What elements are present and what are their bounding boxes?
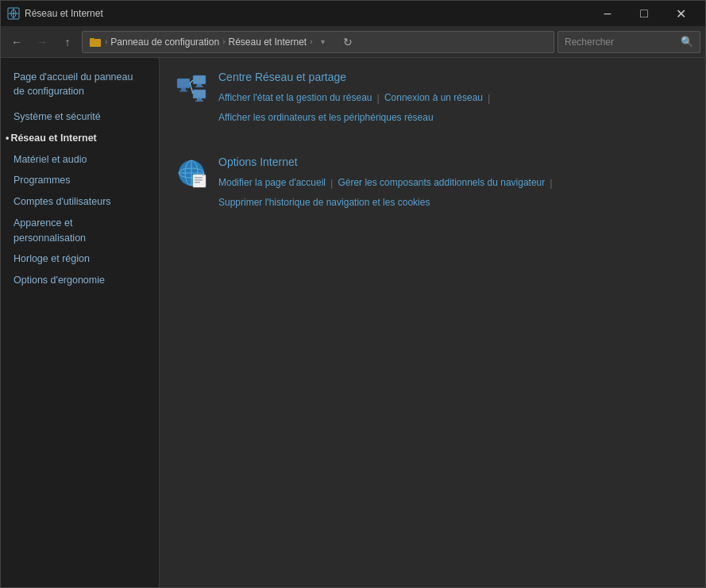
section-options-internet: Options Internet Modifier la page d'accu…	[176, 156, 689, 225]
folder-icon	[89, 36, 102, 48]
svg-rect-21	[195, 177, 203, 179]
svg-rect-5	[181, 88, 186, 90]
svg-line-14	[190, 83, 193, 94]
svg-rect-23	[195, 182, 200, 183]
svg-rect-4	[177, 79, 190, 88]
search-icon-button[interactable]: 🔍	[681, 36, 693, 48]
sidebar-item-systeme-securite[interactable]: Système et sécurité	[1, 106, 159, 128]
svg-rect-20	[193, 175, 206, 187]
back-button[interactable]: ←	[6, 31, 28, 53]
breadcrumb-control-panel[interactable]: Panneau de configuration	[110, 37, 219, 48]
link-gerer-composants[interactable]: Gérer les composants additionnels du nav…	[338, 175, 545, 192]
content-area: Centre Réseau et partage Afficher l'état…	[160, 58, 705, 587]
addressbar: ← → ↑ › Panneau de configuration › Résea…	[1, 26, 705, 58]
main-layout: Page d'accueil du panneau de configurati…	[1, 58, 705, 587]
sidebar-item-home[interactable]: Page d'accueil du panneau de configurati…	[1, 67, 159, 102]
svg-rect-6	[179, 90, 187, 92]
forward-button[interactable]: →	[31, 31, 53, 53]
svg-rect-7	[193, 75, 206, 84]
centre-reseau-links-row1: Afficher l'état et la gestion du réseau …	[218, 89, 495, 107]
options-internet-links-row1: Modifier la page d'accueil | Gérer les c…	[218, 174, 557, 192]
link-afficher-etat[interactable]: Afficher l'état et la gestion du réseau	[218, 90, 372, 107]
svg-rect-22	[195, 179, 203, 181]
refresh-button[interactable]: ↻	[337, 31, 359, 53]
link-afficher-ordinateurs[interactable]: Afficher les ordinateurs et les périphér…	[218, 110, 434, 127]
network-sharing-icon	[176, 72, 207, 104]
svg-rect-8	[197, 84, 202, 86]
minimize-button[interactable]: –	[589, 1, 626, 26]
sidebar-item-comptes-utilisateurs[interactable]: Comptes d'utilisateurs	[1, 191, 159, 213]
titlebar: Réseau et Internet – □ ✕	[1, 1, 705, 26]
centre-reseau-title[interactable]: Centre Réseau et partage	[218, 71, 495, 83]
options-internet-links-row2: Supprimer l'historique de navigation et …	[218, 194, 557, 212]
sidebar-item-horloge-region[interactable]: Horloge et région	[1, 248, 159, 270]
sidebar-item-apparence-personnalisation[interactable]: Apparence et personnalisation	[1, 213, 159, 249]
link-supprimer-historique[interactable]: Supprimer l'historique de navigation et …	[218, 194, 430, 212]
sidebar-item-programmes[interactable]: Programmes	[1, 170, 159, 191]
window-title: Réseau et Internet	[25, 8, 589, 19]
maximize-button[interactable]: □	[626, 1, 662, 26]
search-box: 🔍	[557, 31, 700, 53]
search-input[interactable]	[565, 37, 677, 48]
up-button[interactable]: ↑	[56, 31, 79, 53]
link-modifier-page-accueil[interactable]: Modifier la page d'accueil	[218, 175, 326, 192]
svg-rect-11	[197, 98, 202, 101]
main-window: Réseau et Internet – □ ✕ ← → ↑ › Panneau…	[0, 0, 706, 588]
link-connexion-reseau[interactable]: Connexion à un réseau	[384, 90, 483, 107]
svg-rect-9	[195, 86, 203, 88]
section-centre-reseau: Centre Réseau et partage Afficher l'état…	[176, 71, 689, 140]
section-centre-reseau-text: Centre Réseau et partage Afficher l'état…	[218, 71, 495, 127]
window-icon	[7, 7, 20, 20]
sidebar-item-materiel-audio[interactable]: Matériel et audio	[1, 149, 159, 171]
sidebar-item-options-ergonomie[interactable]: Options d'ergonomie	[1, 270, 159, 291]
options-internet-title[interactable]: Options Internet	[218, 156, 557, 168]
svg-rect-12	[195, 101, 203, 102]
close-button[interactable]: ✕	[662, 1, 699, 26]
internet-options-icon	[176, 157, 207, 189]
centre-reseau-links-row2: Afficher les ordinateurs et les périphér…	[218, 110, 495, 127]
svg-rect-3	[90, 38, 95, 40]
section-options-internet-text: Options Internet Modifier la page d'accu…	[218, 156, 557, 212]
svg-rect-10	[193, 90, 206, 98]
breadcrumb-dropdown-button[interactable]: ▾	[316, 31, 330, 53]
window-controls: – □ ✕	[589, 1, 699, 26]
svg-line-13	[190, 80, 193, 83]
breadcrumb-network[interactable]: Réseau et Internet	[228, 37, 307, 48]
sidebar-item-reseau-internet[interactable]: Réseau et Internet	[1, 128, 159, 149]
sidebar: Page d'accueil du panneau de configurati…	[1, 58, 160, 587]
breadcrumb-bar: › Panneau de configuration › Réseau et I…	[82, 31, 554, 53]
